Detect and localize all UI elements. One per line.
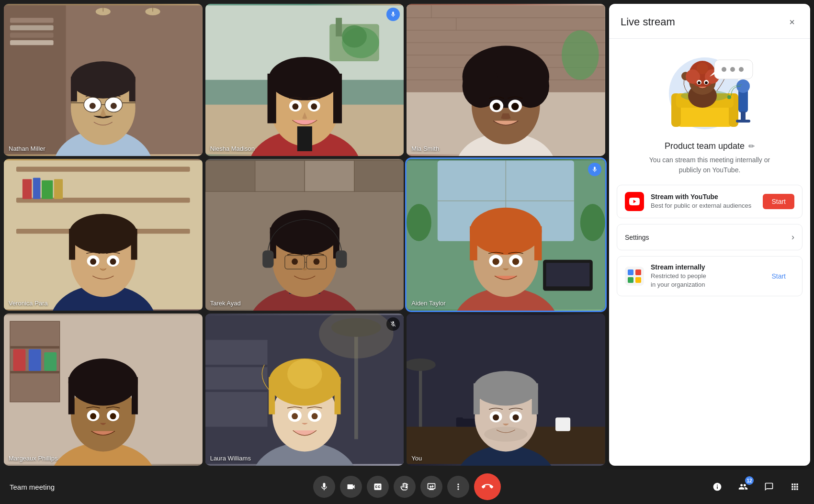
svg-rect-67 [16, 167, 190, 171]
svg-rect-98 [262, 250, 273, 268]
stream-description: You can stream this meeting internally o… [609, 155, 810, 185]
video-tile-niesha: Niesha Madison [205, 4, 404, 156]
svg-rect-15 [71, 77, 77, 101]
svg-rect-175 [532, 383, 538, 414]
svg-point-197 [698, 81, 701, 84]
people-badge: 12 [745, 476, 754, 485]
present-button[interactable] [420, 476, 442, 498]
svg-rect-209 [625, 267, 644, 286]
youtube-stream-option: Stream with YouTube Best for public or e… [617, 185, 803, 218]
svg-point-40 [292, 103, 298, 110]
svg-point-201 [722, 67, 726, 72]
participant-name-tarek: Tarek Ayad [210, 300, 241, 307]
svg-rect-130 [29, 349, 41, 371]
svg-point-29 [342, 25, 367, 48]
svg-point-23 [111, 103, 117, 109]
panel-body: Product team update ✏ You can stream thi… [609, 39, 810, 466]
svg-rect-150 [205, 390, 268, 392]
chevron-right-icon: › [791, 232, 794, 242]
video-tile-veronica: Veronica Para [4, 159, 203, 311]
svg-rect-80 [131, 229, 137, 260]
camera-button[interactable] [340, 476, 362, 498]
video-tile-nathan: Nathan Miller [4, 4, 203, 156]
svg-point-155 [287, 359, 322, 389]
internal-option-desc: Restricted to peoplein your organization [651, 272, 756, 289]
svg-point-110 [407, 204, 431, 241]
svg-rect-16 [129, 77, 136, 101]
svg-rect-70 [23, 179, 32, 199]
svg-rect-73 [54, 179, 63, 199]
svg-rect-37 [333, 74, 342, 123]
participant-name-mia: Mia Smith [411, 145, 439, 152]
live-stream-illustration [657, 50, 762, 132]
raise-hand-button[interactable] [394, 476, 416, 498]
people-button[interactable]: 12 [734, 477, 753, 496]
svg-point-161 [311, 413, 317, 419]
svg-point-180 [484, 427, 528, 442]
svg-rect-4 [10, 33, 54, 37]
video-grid: Nathan Miller [4, 4, 605, 466]
toolbar-right: 12 [708, 477, 804, 496]
participant-name-you: You [411, 455, 422, 462]
youtube-icon [625, 192, 644, 211]
video-tile-you: You [407, 314, 605, 466]
svg-point-41 [311, 103, 317, 110]
livestream-panel: Live stream × [609, 4, 810, 466]
svg-rect-2 [10, 18, 54, 22]
svg-point-173 [474, 371, 538, 406]
edit-icon[interactable]: ✏ [748, 142, 755, 151]
participant-name-nathan: Nathan Miller [9, 145, 45, 152]
svg-rect-156 [269, 377, 275, 414]
svg-rect-211 [635, 269, 641, 275]
info-button[interactable] [708, 477, 727, 496]
meeting-name-row: Product team update ✏ [609, 139, 810, 155]
svg-rect-5 [10, 40, 54, 45]
more-button[interactable] [447, 476, 469, 498]
captions-button[interactable] [367, 476, 389, 498]
svg-point-198 [705, 81, 708, 84]
svg-point-95 [270, 210, 339, 255]
svg-rect-118 [470, 226, 477, 260]
svg-point-63 [493, 103, 500, 111]
video-tile-margeaux: Margeaux Phillips [4, 314, 203, 466]
settings-label: Settings [625, 234, 649, 241]
svg-rect-138 [132, 377, 138, 414]
chat-button[interactable] [759, 477, 779, 496]
youtube-option-title: Stream with YouTube [651, 193, 756, 201]
svg-rect-128 [10, 371, 60, 373]
svg-rect-27 [336, 18, 342, 36]
svg-point-208 [727, 95, 731, 99]
svg-rect-167 [555, 417, 570, 431]
svg-point-84 [110, 258, 116, 265]
participant-name-aiden: Aiden Taylor [411, 300, 445, 307]
svg-point-202 [730, 67, 735, 72]
internal-option-title: Stream internally [651, 263, 756, 271]
close-button[interactable]: × [783, 13, 801, 31]
svg-rect-137 [68, 377, 75, 414]
settings-row[interactable]: Settings › [617, 224, 803, 250]
mic-button[interactable] [313, 476, 335, 498]
panel-title: Live stream [621, 16, 675, 28]
video-tile-mia: Mia Smith [407, 4, 605, 156]
svg-point-78 [69, 213, 137, 253]
internal-start-button[interactable]: Start [763, 269, 794, 284]
toolbar-center [313, 473, 501, 500]
google-meet-icon [625, 267, 644, 286]
youtube-start-button[interactable]: Start [763, 194, 794, 209]
participant-name-margeaux: Margeaux Phillips [9, 455, 58, 462]
svg-rect-129 [13, 349, 25, 371]
svg-point-22 [90, 103, 96, 109]
svg-rect-131 [44, 352, 57, 371]
illustration-area [609, 39, 810, 139]
svg-rect-210 [628, 269, 633, 275]
activities-button[interactable] [785, 477, 804, 496]
svg-rect-90 [354, 160, 404, 191]
video-tile-tarek: Tarek Ayad [205, 159, 404, 311]
internal-stream-option: Stream internally Restricted to peoplein… [617, 256, 803, 296]
svg-rect-3 [10, 25, 54, 30]
end-call-button[interactable] [474, 473, 501, 500]
participant-name-niesha: Niesha Madison [210, 145, 255, 152]
meeting-title: Team meeting [10, 483, 67, 491]
svg-rect-72 [42, 180, 53, 199]
svg-rect-207 [736, 120, 750, 123]
